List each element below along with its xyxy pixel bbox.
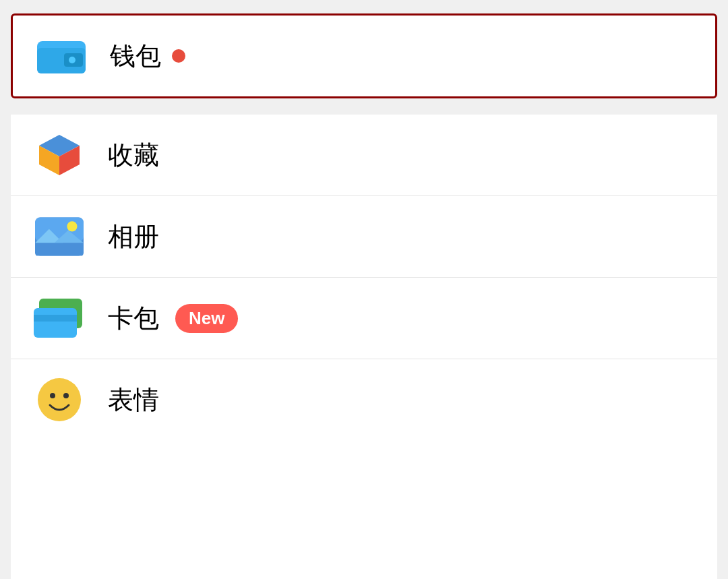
svg-point-17	[50, 393, 55, 398]
collection-label-group: 收藏	[108, 138, 159, 173]
svg-point-3	[69, 57, 75, 63]
menu-item-card[interactable]: 卡包 New	[11, 278, 717, 359]
menu-item-emoji[interactable]: 表情	[11, 359, 717, 440]
collection-icon-wrapper	[32, 133, 86, 177]
new-badge: New	[175, 304, 238, 333]
album-icon-wrapper	[32, 215, 86, 258]
card-icon-wrapper	[32, 297, 86, 340]
album-icon	[35, 216, 84, 257]
svg-rect-15	[34, 315, 77, 322]
wallet-label-group: 钱包	[110, 39, 185, 73]
svg-point-12	[67, 221, 77, 231]
wallet-item[interactable]: 钱包	[11, 13, 717, 98]
emoji-icon	[36, 377, 82, 423]
emoji-label: 表情	[108, 383, 159, 417]
menu-item-album[interactable]: 相册	[11, 196, 717, 278]
notification-dot	[172, 49, 185, 63]
collection-label: 收藏	[108, 138, 159, 173]
svg-rect-11	[35, 243, 84, 255]
card-icon	[34, 299, 85, 338]
album-label-group: 相册	[108, 220, 159, 254]
svg-point-18	[63, 393, 69, 398]
album-label: 相册	[108, 220, 159, 254]
page-container: 钱包 收藏	[0, 0, 728, 579]
emoji-label-group: 表情	[108, 383, 159, 417]
card-label: 卡包	[108, 301, 159, 336]
emoji-icon-wrapper	[32, 378, 86, 421]
svg-point-16	[38, 378, 81, 421]
wallet-icon	[34, 34, 88, 78]
menu-item-collection[interactable]: 收藏	[11, 115, 717, 196]
wallet-label: 钱包	[110, 39, 161, 73]
svg-rect-14	[34, 308, 77, 338]
collection-icon	[35, 131, 84, 179]
menu-list: 收藏 相册	[11, 115, 717, 579]
card-label-group: 卡包 New	[108, 301, 238, 336]
